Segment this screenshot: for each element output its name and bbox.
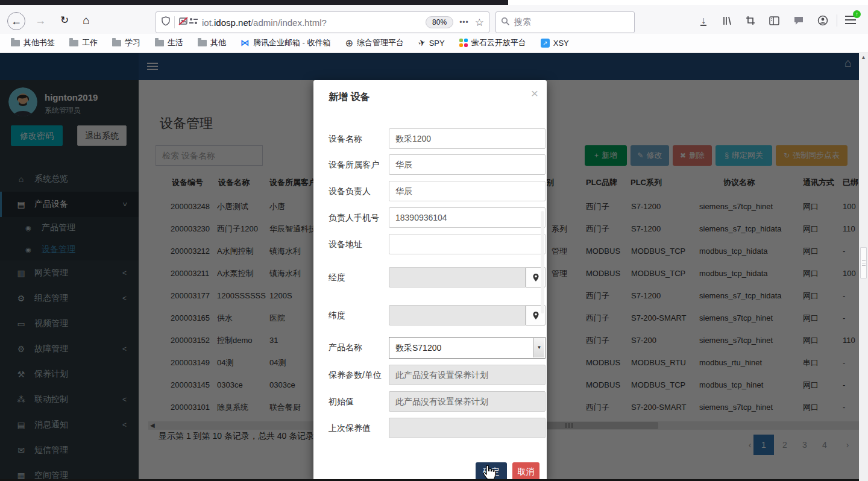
bookmark-item[interactable]: 萤石云开放平台 bbox=[459, 37, 526, 48]
back-button[interactable]: ← bbox=[7, 12, 25, 30]
library-icon[interactable] bbox=[720, 13, 734, 28]
scrollbar-thumb[interactable] bbox=[860, 247, 867, 278]
field-input-上次保养值 bbox=[389, 418, 546, 438]
field-label: 设备名称 bbox=[329, 128, 389, 149]
add-device-modal: 新增 设备 × 设备名称数采1200设备所属客户华辰设备负责人华辰负责人手机号1… bbox=[313, 80, 547, 481]
field-input-保养参数/单位: 此产品没有设置保养计划 bbox=[389, 365, 546, 385]
field-label: 初始值 bbox=[329, 391, 389, 412]
shield-icon[interactable] bbox=[161, 16, 171, 28]
folder-icon bbox=[11, 40, 20, 46]
account-icon[interactable] bbox=[816, 13, 830, 28]
forward-button[interactable]: → bbox=[31, 12, 49, 30]
bookmark-label: 工作 bbox=[82, 37, 98, 48]
home-button[interactable]: ⌂ bbox=[77, 12, 95, 30]
page-actions-icon[interactable]: ••• bbox=[459, 18, 469, 27]
mouse-cursor bbox=[482, 464, 497, 480]
search-icon bbox=[501, 17, 510, 28]
folder-icon bbox=[198, 40, 207, 46]
browser-search-bar[interactable]: 搜索 bbox=[495, 11, 635, 33]
field-label: 保养参数/单位 bbox=[329, 365, 389, 385]
bookmark-item[interactable]: ↗XSY bbox=[541, 39, 569, 48]
zoom-level-badge[interactable]: 80% bbox=[426, 16, 453, 28]
bookmark-item[interactable]: 学习 bbox=[112, 37, 140, 48]
field-input-设备所属客户[interactable]: 华辰 bbox=[389, 154, 546, 175]
field-label: 上次保养值 bbox=[329, 418, 389, 438]
cancel-button[interactable]: 取消 bbox=[512, 462, 539, 481]
reload-button[interactable]: ↻ bbox=[55, 12, 74, 30]
bookmark-label: 腾讯企业邮箱 - 收件箱 bbox=[253, 37, 331, 48]
bookmark-item[interactable]: ✈SPY bbox=[418, 38, 445, 48]
browser-toolbar: ← → ↻ ⌂ iot.idosp.net/admin/index.html? … bbox=[0, 5, 868, 34]
bookmark-item[interactable]: ⊕综合管理平台 bbox=[345, 37, 404, 49]
folder-icon bbox=[155, 40, 164, 46]
images-blocked-icon[interactable] bbox=[178, 17, 189, 28]
divider bbox=[174, 16, 175, 28]
tab-strip bbox=[0, 0, 508, 5]
bookmark-item[interactable]: 其他书签 bbox=[11, 37, 55, 48]
divider bbox=[837, 14, 837, 27]
dropdown-arrow-icon[interactable]: ▼ bbox=[533, 338, 544, 357]
field-input-设备名称[interactable]: 数采1200 bbox=[389, 128, 546, 149]
bookmark-label: XSY bbox=[553, 39, 569, 48]
update-badge: ↑ bbox=[853, 10, 861, 18]
field-input-纬度[interactable] bbox=[389, 305, 526, 325]
modal-scrollbar[interactable] bbox=[541, 211, 544, 313]
globe-favicon: ⊕ bbox=[345, 37, 353, 49]
bookmark-label: 综合管理平台 bbox=[357, 37, 404, 48]
close-icon[interactable]: × bbox=[531, 86, 538, 101]
bookmark-label: 学习 bbox=[125, 37, 140, 48]
bookmark-label: 其他书签 bbox=[24, 37, 55, 48]
plane-favicon: ✈ bbox=[417, 37, 426, 48]
permissions-icon[interactable] bbox=[189, 17, 198, 28]
field-label: 设备负责人 bbox=[329, 181, 389, 201]
mail-favicon: ⋈ bbox=[241, 37, 250, 48]
field-label: 纬度 bbox=[329, 305, 389, 325]
bookmarks-bar: 其他书签工作学习生活其他⋈腾讯企业邮箱 - 收件箱⊕综合管理平台✈SPY萤石云开… bbox=[0, 34, 868, 52]
location-pin-icon bbox=[532, 311, 539, 320]
search-placeholder: 搜索 bbox=[514, 17, 531, 28]
field-label: 设备所属客户 bbox=[329, 154, 389, 175]
url-text: iot.idosp.net/admin/index.html? bbox=[202, 17, 426, 28]
arrow-favicon: ↗ bbox=[541, 39, 550, 48]
field-select-产品名称[interactable]: 数采S71200▼ bbox=[389, 337, 546, 359]
field-label: 设备地址 bbox=[329, 234, 389, 254]
field-label: 产品名称 bbox=[329, 337, 389, 357]
bookmark-item[interactable]: 其他 bbox=[198, 37, 226, 48]
field-input-经度[interactable] bbox=[389, 267, 526, 288]
url-bar[interactable]: iot.idosp.net/admin/index.html? 80% ••• … bbox=[156, 11, 489, 33]
window-titlebar bbox=[0, 0, 868, 5]
colored-dots-favicon bbox=[459, 39, 468, 47]
downloads-icon[interactable]: ↓ bbox=[696, 13, 711, 28]
modal-title: 新增 设备 bbox=[329, 91, 370, 104]
messages-icon[interactable] bbox=[791, 13, 806, 28]
bookmark-item[interactable]: 生活 bbox=[155, 37, 183, 48]
field-input-负责人手机号[interactable]: 18390936104 bbox=[389, 207, 546, 228]
field-label: 负责人手机号 bbox=[329, 207, 389, 228]
location-pin-icon bbox=[532, 273, 539, 282]
screen: ← → ↻ ⌂ iot.idosp.net/admin/index.html? … bbox=[0, 0, 868, 481]
bookmark-label: 生活 bbox=[168, 37, 183, 48]
sidebar-toggle-icon[interactable] bbox=[767, 13, 781, 28]
bookmark-label: 萤石云开放平台 bbox=[471, 37, 526, 48]
page-scrollbar[interactable]: ▲ bbox=[859, 53, 868, 481]
screenshot-icon[interactable] bbox=[743, 13, 758, 28]
folder-icon bbox=[69, 40, 78, 46]
scroll-up-icon[interactable]: ▲ bbox=[859, 54, 868, 60]
bookmark-label: SPY bbox=[429, 39, 445, 48]
field-input-初始值: 此产品没有设置保养计划 bbox=[389, 391, 546, 412]
bookmark-star-icon[interactable]: ☆ bbox=[475, 16, 484, 29]
folder-icon bbox=[112, 40, 121, 46]
bookmark-item[interactable]: 工作 bbox=[69, 37, 98, 48]
app-menu-icon[interactable]: ↑ bbox=[845, 14, 858, 27]
bookmark-item[interactable]: ⋈腾讯企业邮箱 - 收件箱 bbox=[241, 37, 331, 48]
bookmark-label: 其他 bbox=[210, 37, 226, 48]
field-input-设备负责人[interactable]: 华辰 bbox=[389, 181, 546, 201]
field-label: 经度 bbox=[329, 267, 389, 288]
field-input-设备地址[interactable] bbox=[389, 234, 546, 254]
